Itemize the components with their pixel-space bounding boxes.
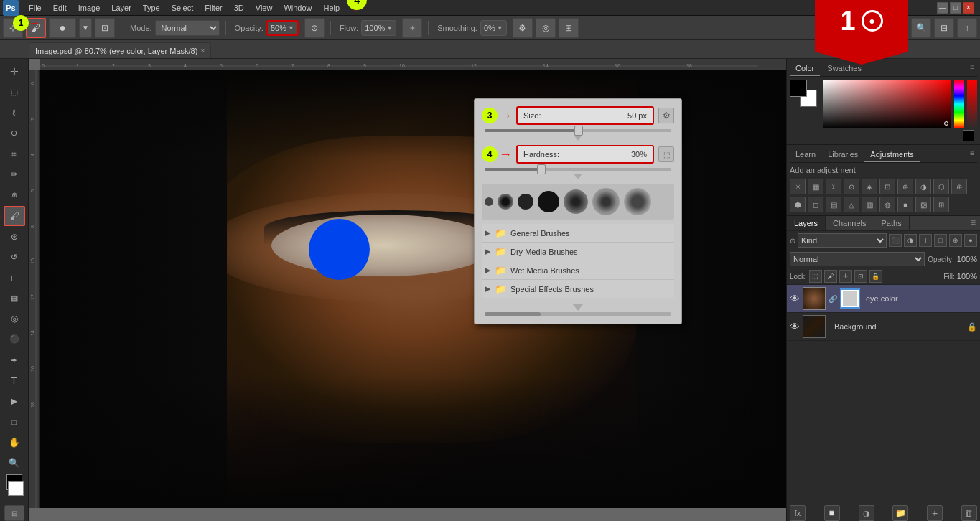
path-select-tool[interactable]: ▶ <box>4 391 25 411</box>
tab-libraries[interactable]: Libraries <box>822 148 864 162</box>
flow-dropdown[interactable]: ▼ <box>386 24 393 32</box>
opacity-dropdown[interactable]: ▼ <box>288 24 294 32</box>
close-btn[interactable]: × <box>963 2 974 14</box>
brush-settings-gear[interactable]: ⚙ <box>658 108 674 123</box>
lasso-tool[interactable]: ℓ <box>4 103 25 123</box>
lock-transparent-icon[interactable]: ⬚ <box>809 270 822 283</box>
target-btn[interactable]: ◎ <box>536 18 556 38</box>
share-btn[interactable]: ↑ <box>957 18 977 38</box>
alpha-strip[interactable] <box>967 80 977 128</box>
airbrush-btn[interactable]: ⊙ <box>304 18 325 38</box>
layer-new-btn[interactable]: + <box>927 505 943 521</box>
opacity-input[interactable]: 50% ▼ <box>266 20 299 36</box>
general-brushes-folder[interactable]: ▶ 📁 General Brushes <box>482 224 674 243</box>
dodge-tool[interactable]: ⚫ <box>4 329 25 349</box>
brush-preset-soft-lg[interactable] <box>592 188 620 215</box>
smoothing-gear[interactable]: ⚙ <box>513 18 533 38</box>
hand-tool[interactable]: ✋ <box>4 432 25 452</box>
layer-background[interactable]: 👁 Background 🔒 <box>787 313 980 341</box>
menu-window[interactable]: Window <box>278 2 317 14</box>
symmetry-btn[interactable]: ⊞ <box>559 18 579 38</box>
search-btn[interactable]: 🔍 <box>911 18 931 38</box>
tab-layers[interactable]: Layers <box>787 216 826 230</box>
eyedropper-tool[interactable]: ✏ <box>4 164 25 184</box>
text-tool[interactable]: T <box>4 370 25 390</box>
menu-select[interactable]: Select <box>166 2 200 14</box>
lock-artboard-icon[interactable]: ⊡ <box>854 270 867 283</box>
crop-tool[interactable]: ⌗ <box>4 144 25 164</box>
adj-channel-mixer-icon[interactable]: ⊕ <box>951 179 967 194</box>
adj-threshold-icon[interactable]: △ <box>844 197 859 212</box>
size-input-box[interactable]: Size: 50 px <box>516 106 654 125</box>
brush-size-btn[interactable]: ● <box>49 18 76 38</box>
hardness-slider[interactable] <box>482 166 674 184</box>
tab-paths[interactable]: Paths <box>874 216 910 230</box>
brush-preset-dark-lg[interactable] <box>624 188 651 215</box>
filter-toggle[interactable]: ● <box>964 234 977 247</box>
kind-filter-select[interactable]: Kind <box>798 233 887 248</box>
layer-group-btn[interactable]: 📁 <box>892 505 908 521</box>
layer-mask-btn[interactable]: ◽ <box>824 505 840 521</box>
dry-media-brushes-folder[interactable]: ▶ 📁 Dry Media Brushes <box>482 243 674 261</box>
tab-learn[interactable]: Learn <box>790 148 821 162</box>
adj-vibrance-icon[interactable]: ◈ <box>862 179 877 194</box>
brush-preset-hard-sm[interactable] <box>518 194 533 210</box>
brush-size-select[interactable]: ▼ <box>79 18 92 38</box>
menu-view[interactable]: View <box>250 2 279 14</box>
minimize-btn[interactable]: — <box>937 2 948 14</box>
layer-fx-btn[interactable]: fx <box>790 505 806 521</box>
quick-select-tool[interactable]: ⊙ <box>4 123 25 144</box>
adj-pattern-icon[interactable]: ⊞ <box>933 197 949 212</box>
flow-input[interactable]: 100% ▼ <box>361 20 396 36</box>
layer-adj-btn[interactable]: ◑ <box>859 505 874 521</box>
hardness-options-btn[interactable]: ⬚ <box>658 146 674 162</box>
layers-panel-menu[interactable]: ≡ <box>966 216 980 230</box>
lock-image-icon[interactable]: 🖌 <box>824 270 837 283</box>
menu-type[interactable]: Type <box>137 2 166 14</box>
menu-help[interactable]: Help <box>318 2 346 14</box>
brush-preset-tiny[interactable] <box>485 197 493 206</box>
spot-heal-tool[interactable]: ⊕ <box>4 185 25 205</box>
adj-color-lookup-icon[interactable]: ⬢ <box>790 197 806 212</box>
tab-color[interactable]: Color <box>790 62 820 76</box>
eraser-tool[interactable]: ◻ <box>4 268 25 288</box>
filter-smart-icon[interactable]: ⊕ <box>949 234 962 247</box>
lock-position-icon[interactable]: ✛ <box>839 270 852 283</box>
blur-tool[interactable]: ◎ <box>4 309 25 329</box>
bg-color[interactable] <box>8 481 24 497</box>
adj-invert-icon[interactable]: ◻ <box>808 197 823 212</box>
menu-image[interactable]: Image <box>73 2 106 14</box>
layer-eye-color[interactable]: 👁 🔗 eye color <box>787 285 980 313</box>
tab-adjustments[interactable]: Adjustments <box>864 148 920 162</box>
adj-curves-icon[interactable]: ⟟ <box>826 179 841 194</box>
brush-preset-hard-md[interactable] <box>538 191 559 212</box>
menu-filter[interactable]: Filter <box>199 2 228 14</box>
mode-select[interactable]: Normal <box>155 20 220 36</box>
filter-text-icon[interactable]: T <box>919 234 932 247</box>
lock-all-icon[interactable]: 🔒 <box>869 270 882 283</box>
quick-mask-btn[interactable]: ⊟ <box>4 505 24 521</box>
brush-tool[interactable]: 🖌 <box>4 206 25 226</box>
brush-options-btn[interactable]: ⊡ <box>95 18 115 38</box>
adj-brightness-icon[interactable]: ☀ <box>790 179 806 194</box>
layer-visibility-eye-color[interactable]: 👁 <box>790 293 800 304</box>
layer-link-icon[interactable]: 🔗 <box>829 295 837 303</box>
move-tool[interactable]: ✛ <box>4 62 25 82</box>
adj-posterize-icon[interactable]: ▤ <box>826 197 841 212</box>
filter-pixel-icon[interactable]: ⬛ <box>889 234 902 247</box>
adj-hsl-icon[interactable]: ⊡ <box>879 179 895 194</box>
filter-shape-icon[interactable]: □ <box>934 234 947 247</box>
size-slider[interactable] <box>482 128 674 145</box>
adj-bw-icon[interactable]: ◑ <box>915 179 931 194</box>
current-color-swatch[interactable] <box>963 130 974 141</box>
color-gradient[interactable] <box>823 80 951 128</box>
adj-panel-menu[interactable]: ≡ <box>967 148 977 162</box>
hardness-input-box[interactable]: Hardness: 30% <box>516 145 654 164</box>
adj-gradient-map-icon[interactable]: ▥ <box>862 197 877 212</box>
panel-menu-btn[interactable]: ≡ <box>967 62 977 76</box>
hue-strip[interactable] <box>954 80 964 128</box>
wet-media-brushes-folder[interactable]: ▶ 📁 Wet Media Brushes <box>482 261 674 280</box>
adj-solid-color-icon[interactable]: ■ <box>897 197 913 212</box>
selection-tool[interactable]: ⬚ <box>4 83 25 103</box>
filter-adj-icon[interactable]: ◑ <box>904 234 917 247</box>
